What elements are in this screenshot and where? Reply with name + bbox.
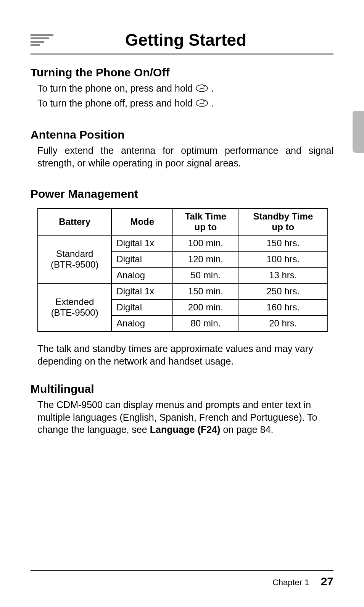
cell-talk: 150 min. [173,283,238,299]
heading-multilingual: Multilingual [31,383,333,396]
cell-mode: Analog [111,267,173,283]
table-row: Standard (BTR-9500) Digital 1x 100 min. … [38,235,328,251]
power-note: The talk and standby times are approxima… [37,342,333,367]
svg-point-1 [203,86,205,87]
multilingual-body: The CDM-9500 can display menus and promp… [37,399,333,436]
page-title: Getting Started [61,31,311,50]
th-talk: Talk Time up to [173,208,238,235]
cell-talk: 100 min. [173,235,238,251]
turning-line-1: To turn the phone on, press and hold . [37,82,333,95]
heading-antenna: Antenna Position [31,128,333,141]
cell-standby: 150 hrs. [238,235,328,251]
cell-mode: Digital 1x [111,283,173,299]
cell-standby: 160 hrs. [238,299,328,315]
power-table: Battery Mode Talk Time up to Standby Tim… [37,208,328,332]
cell-mode: Digital [111,299,173,315]
language-ref: Language (F24) [150,424,221,435]
cell-standby: 13 hrs. [238,267,328,283]
cell-mode: Digital 1x [111,235,173,251]
power-key-icon [195,98,208,110]
cell-battery: Standard (BTR-9500) [38,235,111,283]
text: on page 84. [220,424,273,435]
turning-line-2: To turn the phone off, press and hold . [37,97,333,110]
cell-talk: 200 min. [173,299,238,315]
text: To turn the phone off, press and hold [37,98,195,108]
th-mode: Mode [111,208,173,235]
antenna-body: Fully extend the antenna for optimum per… [37,144,333,169]
text: To turn the phone on, press and hold [37,83,195,94]
power-key-icon [195,83,208,95]
table-header-row: Battery Mode Talk Time up to Standby Tim… [38,208,328,235]
cell-standby: 250 hrs. [238,283,328,299]
cell-battery: Extended (BTE-9500) [38,283,111,331]
text: . [211,98,214,108]
footer-page-number: 27 [321,575,333,588]
text: . [211,83,214,94]
heading-power: Power Management [31,187,333,200]
header-lines-icon [31,34,53,46]
cell-mode: Analog [111,315,173,331]
th-battery: Battery [38,208,111,235]
footer-chapter: Chapter 1 [272,578,309,587]
cell-talk: 50 min. [173,267,238,283]
table-row: Extended (BTE-9500) Digital 1x 150 min. … [38,283,328,299]
th-standby: Standby Time up to [238,208,328,235]
cell-standby: 20 hrs. [238,315,328,331]
cell-talk: 120 min. [173,251,238,267]
page-header: Getting Started [31,31,333,55]
svg-point-3 [203,100,205,102]
page-footer: Chapter 1 27 [31,570,333,588]
document-page: Getting Started Turning the Phone On/Off… [0,0,364,607]
heading-turning: Turning the Phone On/Off [31,66,333,79]
cell-standby: 100 hrs. [238,251,328,267]
cell-talk: 80 min. [173,315,238,331]
cell-mode: Digital [111,251,173,267]
